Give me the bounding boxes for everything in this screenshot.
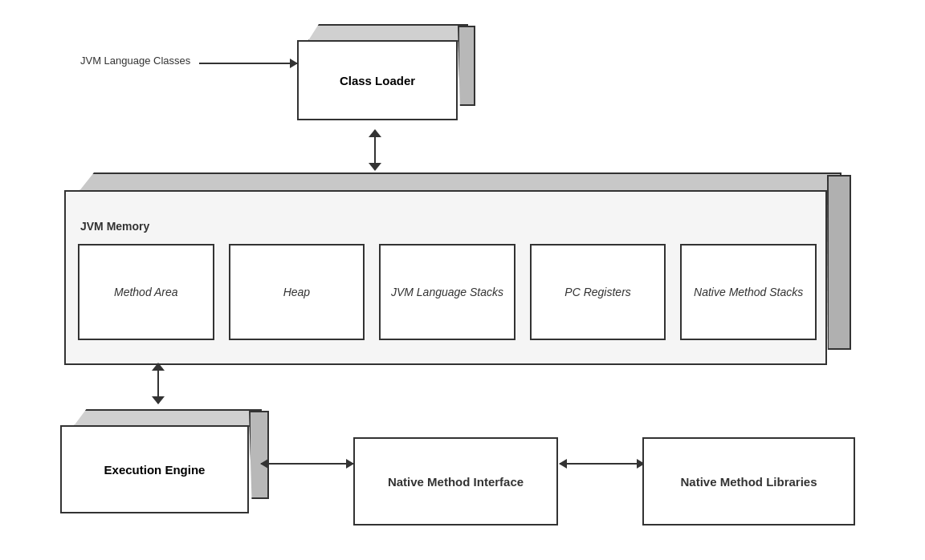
native-method-stacks-box: Native Method Stacks <box>680 244 817 340</box>
execution-engine-label: Execution Engine <box>104 463 206 477</box>
execution-engine-top <box>73 409 262 427</box>
execution-engine-side <box>249 411 269 499</box>
jvm-memory-box: JVM Memory Method Area Heap JVM Language… <box>64 172 851 365</box>
execution-engine-front: Execution Engine <box>60 425 249 513</box>
native-method-stacks-label: Native Method Stacks <box>694 286 803 298</box>
heap-box: Heap <box>229 244 365 340</box>
jvm-lang-label: JVM Language Classes <box>80 55 190 67</box>
arrow-jvmmemory-ee <box>157 363 159 404</box>
class-loader-side <box>458 26 475 106</box>
jvm-language-stacks-label: JVM Language Stacks <box>391 286 503 298</box>
pc-registers-box: PC Registers <box>530 244 666 340</box>
native-method-interface-box: Native Method Interface <box>353 437 558 526</box>
native-method-libraries-box: Native Method Libraries <box>642 437 855 526</box>
method-area-box: Method Area <box>78 244 214 340</box>
class-loader-box: Class Loader <box>297 24 474 112</box>
method-area-label: Method Area <box>114 286 178 298</box>
jvm-memory-front: JVM Memory Method Area Heap JVM Language… <box>64 190 827 365</box>
jvm-memory-side <box>827 175 851 350</box>
arrow-ee-nmi <box>261 463 353 465</box>
diagram-container: JVM Language Classes Class Loader JVM Me… <box>0 0 925 560</box>
pc-registers-label: PC Registers <box>564 286 630 298</box>
class-loader-front: Class Loader <box>297 40 458 120</box>
arrow-nmi-nml <box>560 463 644 465</box>
jvm-memory-label: JVM Memory <box>80 220 149 233</box>
native-method-interface-label: Native Method Interface <box>388 475 524 489</box>
jvm-memory-top <box>79 172 841 192</box>
memory-boxes-container: Method Area Heap JVM Language Stacks PC … <box>78 244 817 340</box>
jvm-language-stacks-box: JVM Language Stacks <box>379 244 515 340</box>
heap-label: Heap <box>283 286 310 298</box>
arrow-classloader-jvmmemory <box>374 130 376 170</box>
class-loader-top <box>308 24 468 42</box>
execution-engine-box: Execution Engine <box>60 409 269 513</box>
class-loader-label: Class Loader <box>340 74 415 87</box>
native-method-libraries-label: Native Method Libraries <box>680 475 817 489</box>
arrow-to-class-loader <box>199 63 297 64</box>
